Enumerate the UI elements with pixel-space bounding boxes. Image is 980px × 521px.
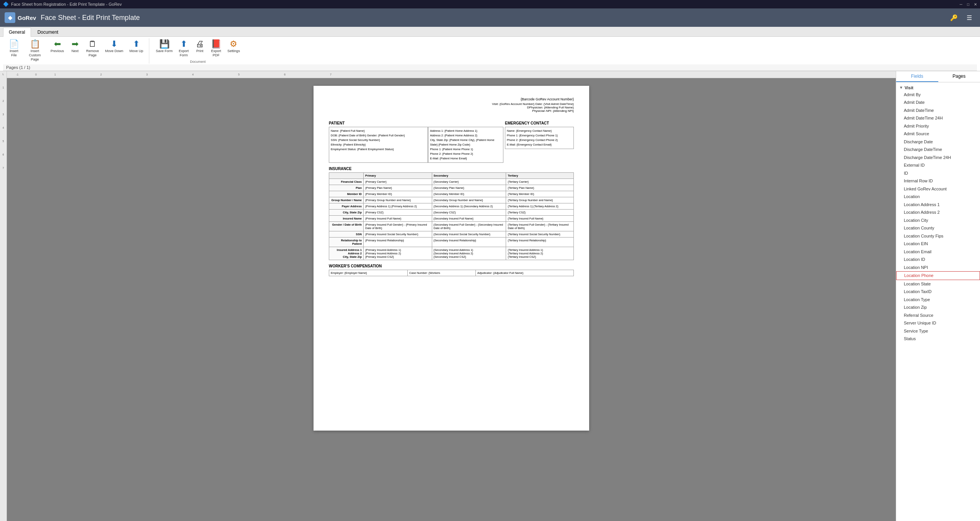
insurance-row: Insured Address 1 Address 2 City, State … <box>329 247 574 260</box>
save-form-icon: 💾 <box>159 40 170 48</box>
print-label: Print <box>196 49 204 53</box>
field-item-discharge-datetime[interactable]: Discharge DateTime <box>896 146 980 154</box>
insurance-row-label: Member ID <box>329 191 364 197</box>
document-container[interactable]: -1 0 1 2 3 4 5 6 7 {Barcode GoRev Accoun… <box>7 71 896 521</box>
field-item-discharge-datetime-24h[interactable]: Discharge DateTime 24H <box>896 154 980 162</box>
move-down-button[interactable]: ⬇ Move Down <box>103 38 126 55</box>
insert-custom-page-button[interactable]: 📋 InsertCustom Page <box>23 38 47 63</box>
print-button[interactable]: 🖨 Print <box>192 38 207 55</box>
field-item-location-zip[interactable]: Location Zip <box>896 303 980 311</box>
export-form-button[interactable]: ⬆ ExportForm <box>176 38 191 59</box>
patient-address-box: Address 1: {Patient Home Address 1} Addr… <box>428 127 503 163</box>
patient-phone2: Phone 2: {Patient Home Phone 2} <box>430 152 501 156</box>
settings-icon-button[interactable]: ☰ <box>963 11 975 24</box>
insurance-body: Financial Class{Primary Carrier}{Seconda… <box>329 179 574 260</box>
field-item-status[interactable]: Status <box>896 335 980 343</box>
field-item-location-ein[interactable]: Location EIN <box>896 240 980 248</box>
insurance-row-label: City, State Zip <box>329 209 364 215</box>
field-item-location-type[interactable]: Location Type <box>896 296 980 304</box>
field-item-location-county[interactable]: Location County <box>896 224 980 232</box>
settings-icon: ⚙ <box>230 40 237 48</box>
insurance-row-label: SSN <box>329 231 364 237</box>
field-item-location-phone[interactable]: Location Phone <box>896 271 980 280</box>
insurance-row-label: Insured Name <box>329 215 364 221</box>
patient-name: Name: {Patient Full Name} <box>331 129 426 133</box>
emergency-name: Name: {Emergency Contact Name} <box>507 129 572 133</box>
insurance-row-label: Gender / Date of Birth <box>329 221 364 231</box>
insurance-row-label: Payer Address <box>329 203 364 209</box>
visit-line: Visit: {GoRev Account Number} Date: {Vis… <box>329 102 574 106</box>
settings-button[interactable]: ⚙ Settings <box>225 38 243 55</box>
insurance-row: Relationship to Patient{Primary Insured … <box>329 237 574 247</box>
panel-tab-pages[interactable]: Pages <box>938 71 980 82</box>
insurance-row-tertiary: {Tertiary Insured Full Gender} - {Tertia… <box>506 221 574 231</box>
field-category-visit[interactable]: ▼Visit <box>896 84 980 91</box>
previous-button[interactable]: ⬅ Previous <box>48 38 67 55</box>
insurance-row-tertiary: {Tertiary Insured Social Security Number… <box>506 231 574 237</box>
field-item-location-address-2[interactable]: Location Address 2 <box>896 208 980 216</box>
insurance-row-primary: {Primary Insured Relationship} <box>364 237 432 247</box>
document-group-label: Document <box>190 60 206 64</box>
field-item-location-id[interactable]: Location ID <box>896 256 980 264</box>
user-icon-button[interactable]: 🔑 <box>948 11 960 24</box>
field-item-internal-row-id[interactable]: Internal Row ID <box>896 177 980 185</box>
field-item-admit-date[interactable]: Admit Date <box>896 98 980 106</box>
insurance-row: Insured Name{Primary Insured Full Name}{… <box>329 215 574 221</box>
insurance-row-secondary: {Secondary Insured Address 1} {Secondary… <box>432 247 506 260</box>
field-item-location-address-1[interactable]: Location Address 1 <box>896 201 980 209</box>
next-icon: ➡ <box>72 40 78 48</box>
ribbon-content: 📄 InsertFile 📋 InsertCustom Page ⬅ Previ… <box>3 38 977 64</box>
field-item-server-unique-id[interactable]: Server Unique ID <box>896 319 980 327</box>
field-item-admit-source[interactable]: Admit Source <box>896 130 980 138</box>
remove-page-button[interactable]: 🗒 RemovePage <box>83 38 102 59</box>
insurance-row-label: Financial Class <box>329 179 364 185</box>
field-item-location[interactable]: Location <box>896 193 980 201</box>
field-item-location-state[interactable]: Location State <box>896 280 980 288</box>
logo-text: GoRev <box>18 15 36 21</box>
next-button[interactable]: ➡ Next <box>67 38 83 55</box>
field-item-linked-gorev-account[interactable]: Linked GoRev Account <box>896 185 980 193</box>
field-item-admit-datetime-24h[interactable]: Admit DateTime 24H <box>896 114 980 122</box>
app-logo: ◆ GoRev <box>5 12 36 23</box>
export-pdf-button[interactable]: 📕 ExportPDF <box>208 38 224 59</box>
field-item-referral-source[interactable]: Referral Source <box>896 311 980 319</box>
panel-tab-fields[interactable]: Fields <box>896 71 938 82</box>
field-item-location-county-fips[interactable]: Location County Fips <box>896 232 980 240</box>
field-item-admit-datetime[interactable]: Admit DateTime <box>896 106 980 115</box>
close-button[interactable]: ✕ <box>974 2 977 7</box>
field-item-location-email[interactable]: Location Email <box>896 248 980 256</box>
field-item-location-city[interactable]: Location City <box>896 216 980 224</box>
insurance-row-primary: {Primary Carrier} <box>364 179 432 185</box>
tab-document[interactable]: Document <box>32 28 64 36</box>
field-item-id[interactable]: ID <box>896 169 980 177</box>
save-form-button[interactable]: 💾 Save Form <box>153 38 175 55</box>
insurance-row-primary: {Primary Insured Address 1} {Primary Ins… <box>364 247 432 260</box>
insurance-row-secondary: {Secondary Insured Social Security Numbe… <box>432 231 506 237</box>
patient-address1: Address 1: {Patient Home Address 1} <box>430 129 501 133</box>
insurance-row-primary: {Primary Insured Full Gender} - {Primary… <box>364 221 432 231</box>
field-item-external-id[interactable]: External ID <box>896 161 980 169</box>
insurance-row-primary: {Primary CSZ} <box>364 209 432 215</box>
field-item-discharge-date[interactable]: Discharge Date <box>896 138 980 146</box>
insert-custom-page-icon: 📋 <box>30 40 40 48</box>
vertical-ruler: L 1 2 3 4 5 6 7 <box>0 71 7 521</box>
tab-general[interactable]: General <box>3 28 31 37</box>
maximize-button[interactable]: □ <box>967 2 969 7</box>
field-item-admit-priority[interactable]: Admit Priority <box>896 122 980 130</box>
category-toggle-icon[interactable]: ▼ <box>899 85 903 90</box>
field-item-location-npi[interactable]: Location NPI <box>896 264 980 272</box>
export-form-label: ExportForm <box>179 49 189 57</box>
document-page: {Barcode GoRev Account Number} Visit: {G… <box>314 86 589 431</box>
field-item-location-taxid[interactable]: Location TaxID <box>896 288 980 296</box>
patient-info-box: Name: {Patient Full Name} DOB: {Patient … <box>329 127 428 163</box>
next-label: Next <box>72 49 79 53</box>
minimize-button[interactable]: ─ <box>960 2 962 7</box>
app-title: Face Sheet - Edit Print Template <box>41 14 943 22</box>
field-item-service-type[interactable]: Service Type <box>896 327 980 335</box>
field-item-admit-by[interactable]: Admit By <box>896 91 980 99</box>
move-up-icon: ⬆ <box>133 40 140 48</box>
insert-file-button[interactable]: 📄 InsertFile <box>6 38 22 59</box>
title-bar-controls[interactable]: ─ □ ✕ <box>960 2 977 7</box>
move-up-button[interactable]: ⬆ Move Up <box>127 38 146 55</box>
insurance-row-secondary: {Secondary Insured Full Gender} - {Secon… <box>432 221 506 231</box>
